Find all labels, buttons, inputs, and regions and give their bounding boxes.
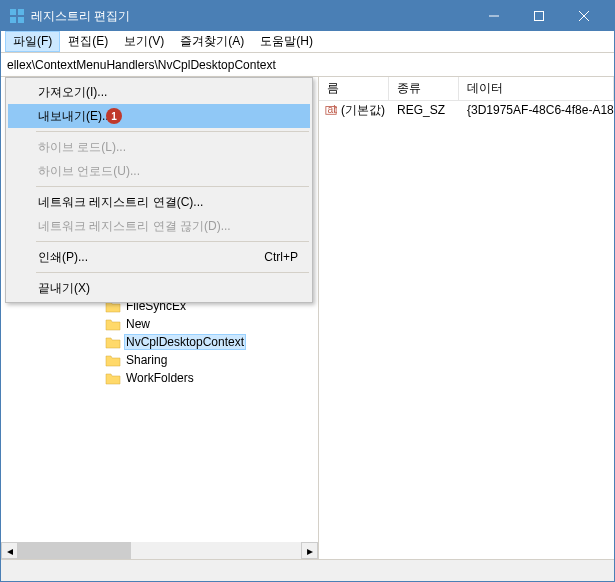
menu-connect-label: 네트워크 레지스트리 연결(C)... (38, 194, 203, 211)
file-dropdown: 가져오기(I)... 내보내기(E)... 1 하이브 로드(L)... 하이브… (5, 77, 313, 303)
menu-separator (36, 241, 309, 242)
tree-label: Sharing (124, 353, 169, 367)
menu-exit-label: 끝내기(X) (38, 280, 90, 297)
scroll-thumb[interactable] (18, 542, 131, 559)
tree-node[interactable]: ·WorkFolders (91, 369, 318, 387)
tree-node[interactable]: ·New (91, 315, 318, 333)
menu-load-hive-label: 하이브 로드(L)... (38, 139, 126, 156)
menu-edit[interactable]: 편집(E) (60, 31, 116, 52)
folder-icon (105, 371, 121, 385)
tree-label: New (124, 317, 152, 331)
cell-name: ab (기본값) (319, 101, 391, 120)
scroll-left-icon[interactable]: ◂ (1, 542, 18, 559)
menu-exit[interactable]: 끝내기(X) (8, 276, 310, 300)
svg-rect-2 (10, 17, 16, 23)
svg-rect-0 (10, 9, 16, 15)
app-icon (9, 8, 25, 24)
scroll-right-icon[interactable]: ▸ (301, 542, 318, 559)
horizontal-scrollbar[interactable]: ◂ ▸ (1, 542, 318, 559)
tree-label-selected: NvCplDesktopContext (124, 334, 246, 350)
menu-export-label: 내보내기(E)... (38, 108, 112, 125)
col-name[interactable]: 름 (319, 77, 389, 101)
list-pane: 름 종류 데이터 ab (기본값) REG_SZ {3D1975AF-48C6-… (319, 77, 614, 559)
scroll-track[interactable] (18, 542, 301, 559)
tree-node[interactable]: ·Sharing (91, 351, 318, 369)
menu-disconnect-label: 네트워크 레지스트리 연결 끊기(D)... (38, 218, 231, 235)
content-area: 가져오기(I)... 내보내기(E)... 1 하이브 로드(L)... 하이브… (1, 77, 614, 559)
menu-import[interactable]: 가져오기(I)... (8, 80, 310, 104)
menu-load-hive: 하이브 로드(L)... (8, 135, 310, 159)
annotation-badge: 1 (106, 108, 122, 124)
folder-icon (105, 335, 121, 349)
tree-label: WorkFolders (124, 371, 196, 385)
menu-bar: 파일(F) 편집(E) 보기(V) 즐겨찾기(A) 도움말(H) (1, 31, 614, 53)
cell-data: {3D1975AF-48C6-4f8e-A18 (461, 102, 614, 118)
folder-icon (105, 353, 121, 367)
svg-rect-1 (18, 9, 24, 15)
cell-name-text: (기본값) (341, 102, 385, 119)
cell-type: REG_SZ (391, 102, 461, 118)
menu-view[interactable]: 보기(V) (116, 31, 172, 52)
menu-unload-hive-label: 하이브 언로드(U)... (38, 163, 140, 180)
menu-separator (36, 131, 309, 132)
menu-favorites[interactable]: 즐겨찾기(A) (172, 31, 252, 52)
maximize-button[interactable] (516, 1, 561, 31)
menu-import-label: 가져오기(I)... (38, 84, 107, 101)
minimize-button[interactable] (471, 1, 516, 31)
folder-icon (105, 317, 121, 331)
address-path: ellex\ContextMenuHandlers\NvCplDesktopCo… (7, 58, 276, 72)
list-row[interactable]: ab (기본값) REG_SZ {3D1975AF-48C6-4f8e-A18 (319, 101, 614, 119)
menu-connect[interactable]: 네트워크 레지스트리 연결(C)... (8, 190, 310, 214)
close-button[interactable] (561, 1, 606, 31)
status-bar (1, 559, 614, 581)
menu-help[interactable]: 도움말(H) (252, 31, 321, 52)
menu-print-label: 인쇄(P)... (38, 249, 88, 266)
menu-export[interactable]: 내보내기(E)... 1 (8, 104, 310, 128)
svg-text:ab: ab (328, 104, 337, 115)
tree-node[interactable]: ·NvCplDesktopContext (91, 333, 318, 351)
svg-rect-3 (18, 17, 24, 23)
menu-separator (36, 272, 309, 273)
menu-unload-hive: 하이브 언로드(U)... (8, 159, 310, 183)
menu-separator (36, 186, 309, 187)
svg-rect-5 (534, 12, 543, 21)
col-type[interactable]: 종류 (389, 77, 459, 101)
menu-file[interactable]: 파일(F) (5, 31, 60, 52)
col-data[interactable]: 데이터 (459, 77, 614, 101)
regstring-icon: ab (325, 103, 337, 117)
menu-print[interactable]: 인쇄(P)... Ctrl+P (8, 245, 310, 269)
title-bar: 레지스트리 편집기 (1, 1, 614, 31)
window-title: 레지스트리 편집기 (31, 8, 471, 25)
address-bar[interactable]: ellex\ContextMenuHandlers\NvCplDesktopCo… (1, 53, 614, 77)
menu-disconnect: 네트워크 레지스트리 연결 끊기(D)... (8, 214, 310, 238)
list-header: 름 종류 데이터 (319, 77, 614, 101)
menu-print-shortcut: Ctrl+P (264, 250, 298, 264)
